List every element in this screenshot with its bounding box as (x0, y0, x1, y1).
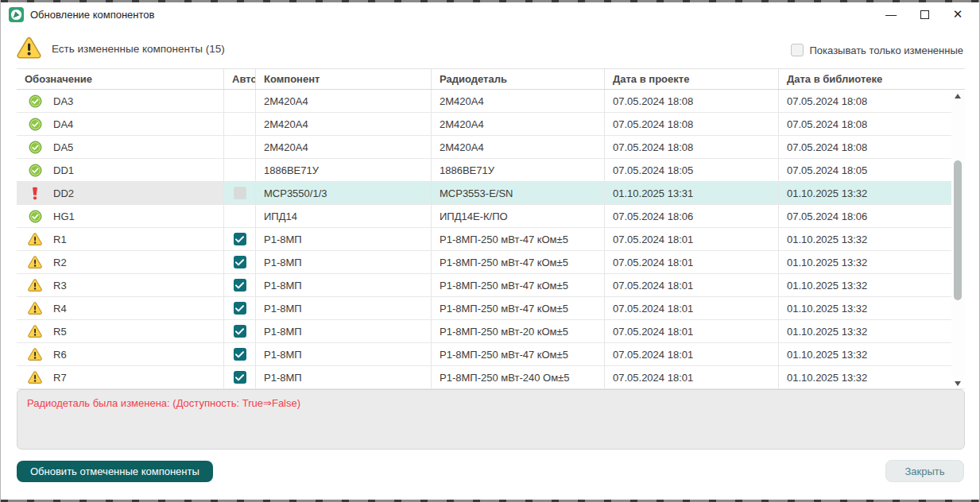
table-row[interactable]: R5Р1-8МПР1-8МП-250 мВт-20 кОм±507.05.202… (17, 320, 965, 343)
warning-icon (17, 37, 41, 61)
part-cell: Р1-8МП-250 мВт-47 кОм±5 (432, 297, 605, 319)
scroll-down-icon[interactable] (955, 381, 961, 386)
date-library-cell: 01.10.2025 13:32 (779, 343, 965, 365)
date-library-cell: 07.05.2024 18:06 (779, 205, 965, 227)
component-cell: Р1-8МП (256, 228, 432, 250)
auto-checkbox[interactable] (234, 371, 246, 384)
table-row[interactable]: R1Р1-8МПР1-8МП-250 мВт-47 кОм±507.05.202… (17, 228, 965, 251)
scroll-up-icon[interactable] (955, 94, 961, 98)
change-details-panel: Радиодеталь была изменена: (Доступность:… (17, 389, 965, 450)
component-cell: MCP3550/1/3 (256, 182, 432, 204)
date-project-cell: 07.05.2024 18:01 (605, 251, 779, 273)
designator-cell: DA5 (17, 136, 224, 158)
date-library-cell: 01.10.2025 13:32 (779, 182, 965, 204)
designator-cell: HG1 (17, 205, 224, 227)
status-warning-icon (28, 232, 42, 246)
auto-checkbox (234, 187, 246, 199)
show-only-changed-filter[interactable]: Показывать только измененные (791, 44, 964, 56)
table-row[interactable]: R7Р1-8МПР1-8МП-250 мВт-240 Ом±507.05.202… (17, 366, 965, 389)
auto-cell (224, 297, 256, 319)
auto-checkbox[interactable] (234, 256, 246, 268)
table-row[interactable]: DD11886ВЕ71У1886ВЕ71У07.05.2024 18:0507.… (17, 159, 965, 182)
part-cell: 1886ВЕ71У (432, 159, 605, 181)
table-row[interactable]: R6Р1-8МПР1-8МП-250 мВт-47 кОм±507.05.202… (17, 343, 965, 366)
part-cell: Р1-8МП-250 мВт-47 кОм±5 (432, 228, 605, 250)
component-cell: 2M420A4 (256, 113, 432, 135)
col-date-project[interactable]: Дата в проекте (605, 69, 779, 89)
status-ok-icon (28, 94, 42, 108)
auto-checkbox[interactable] (234, 348, 246, 361)
update-selected-button[interactable]: Обновить отмеченные компоненты (17, 461, 213, 482)
date-library-cell: 07.05.2024 18:08 (779, 136, 965, 158)
designator-label: R1 (53, 234, 67, 245)
designator-cell: R3 (17, 274, 224, 296)
auto-cell (224, 228, 256, 250)
table-row[interactable]: DD2MCP3550/1/3MCP3553-E/SN01.10.2025 13:… (17, 182, 965, 205)
designator-label: R5 (53, 326, 67, 338)
filter-checkbox[interactable] (791, 44, 804, 56)
date-project-cell: 07.05.2024 18:08 (605, 113, 779, 135)
table-row[interactable]: DA42M420A42M420A407.05.2024 18:0807.05.2… (17, 113, 965, 136)
col-part[interactable]: Радиодеталь (432, 69, 605, 89)
minimize-icon[interactable]: — (874, 3, 908, 25)
part-cell: Р1-8МП-250 мВт-240 Ом±5 (432, 366, 605, 388)
table-header: Обозначение Авто Компонент Радиодеталь Д… (17, 69, 965, 90)
auto-cell (224, 159, 256, 181)
auto-checkbox[interactable] (234, 302, 246, 315)
part-cell: 2M420A4 (432, 136, 605, 158)
table-row[interactable]: R2Р1-8МПР1-8МП-250 мВт-47 кОм±507.05.202… (17, 251, 965, 274)
component-cell: 2M420A4 (256, 90, 432, 112)
table-row[interactable]: R3Р1-8МПР1-8МП-250 мВт-47 кОм±507.05.202… (17, 274, 965, 297)
component-cell: Р1-8МП (256, 297, 432, 319)
scrollbar-thumb[interactable] (954, 160, 962, 300)
filter-label: Показывать только измененные (810, 44, 964, 56)
date-project-cell: 07.05.2024 18:08 (605, 90, 779, 112)
part-cell: MCP3553-E/SN (432, 182, 605, 204)
date-project-cell: 07.05.2024 18:01 (605, 343, 779, 365)
table-row[interactable]: DA32M420A42M420A407.05.2024 18:0807.05.2… (17, 90, 965, 113)
maximize-icon[interactable] (908, 3, 941, 25)
col-designator[interactable]: Обозначение (17, 69, 224, 89)
auto-checkbox[interactable] (234, 325, 246, 338)
auto-checkbox[interactable] (234, 279, 246, 292)
window-title: Обновление компонентов (30, 9, 154, 21)
status-error-icon (28, 186, 42, 200)
component-cell: 2M420A4 (256, 136, 432, 158)
auto-cell (224, 343, 256, 365)
component-cell: ИПД14 (256, 205, 432, 227)
auto-checkbox[interactable] (234, 233, 246, 245)
date-project-cell: 07.05.2024 18:06 (605, 205, 779, 227)
designator-cell: R7 (17, 366, 224, 388)
alert-text: Есть измененные компоненты (15) (52, 43, 225, 55)
date-library-cell: 01.10.2025 13:32 (779, 274, 965, 296)
auto-cell (224, 320, 256, 342)
date-project-cell: 07.05.2024 18:01 (605, 297, 779, 319)
date-project-cell: 07.05.2024 18:08 (605, 136, 779, 158)
col-date-library[interactable]: Дата в библиотеке (779, 69, 965, 89)
status-ok-icon (28, 117, 42, 131)
table-row[interactable]: R4Р1-8МПР1-8МП-250 мВт-47 кОм±507.05.202… (17, 297, 965, 320)
col-auto[interactable]: Авто (224, 69, 256, 89)
auto-cell (224, 251, 256, 273)
date-project-cell: 01.10.2025 13:31 (605, 182, 779, 204)
table-row[interactable]: DA52M420A42M420A407.05.2024 18:0807.05.2… (17, 136, 965, 159)
changed-components-alert: Есть измененные компоненты (15) (17, 37, 225, 61)
col-component[interactable]: Компонент (256, 69, 432, 89)
part-cell: 2M420A4 (432, 90, 605, 112)
designator-label: DD2 (53, 187, 74, 199)
part-cell: Р1-8МП-250 мВт-47 кОм±5 (432, 251, 605, 273)
table-row[interactable]: HG1ИПД14ИПД14Е-К/ПО07.05.2024 18:0607.05… (17, 205, 965, 228)
designator-cell: R1 (17, 228, 224, 250)
close-button[interactable]: Закрыть (885, 460, 964, 482)
auto-cell (224, 205, 256, 227)
component-cell: Р1-8МП (256, 366, 432, 388)
part-cell: Р1-8МП-250 мВт-20 кОм±5 (432, 320, 605, 342)
date-project-cell: 07.05.2024 18:01 (605, 228, 779, 250)
auto-cell (224, 366, 256, 388)
date-library-cell: 01.10.2025 13:32 (779, 297, 965, 319)
status-ok-icon (28, 209, 42, 223)
vertical-scrollbar[interactable] (951, 91, 965, 376)
close-icon[interactable]: ✕ (941, 3, 974, 25)
components-table: Обозначение Авто Компонент Радиодеталь Д… (17, 68, 965, 388)
status-warning-icon (28, 324, 42, 338)
